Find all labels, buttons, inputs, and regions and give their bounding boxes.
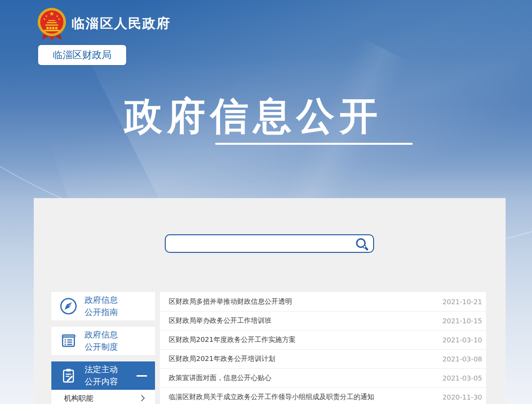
book-icon — [59, 332, 78, 350]
news-date: 2021-03-05 — [443, 374, 482, 382]
submenu-label: 机构职能 — [64, 394, 93, 403]
news-date: 2021-03-10 — [443, 336, 482, 344]
news-row[interactable]: 区财政局2021年政务公开培训计划 2021-03-08 — [160, 349, 486, 368]
compass-icon — [59, 297, 78, 315]
news-title-link[interactable]: 区财政局多措并举推动财政信息公开透明 — [169, 297, 435, 306]
news-date: 2021-10-21 — [443, 298, 482, 306]
svg-text:★: ★ — [43, 17, 45, 21]
news-list: 区财政局多措并举推动财政信息公开透明 2021-10-21 区财政局举办政务公开… — [160, 292, 486, 404]
clipboard-pencil-icon — [59, 366, 78, 385]
sidebar-item-statutory-disclosure[interactable]: 法定主动 公开内容 — [51, 361, 155, 390]
sidebar: 政府信息 公开指南 政府信息 公开制度 — [51, 292, 155, 404]
news-row[interactable]: 政策宣讲面对面，信息公开心贴心 2021-03-05 — [160, 368, 486, 387]
search-input[interactable] — [172, 236, 350, 252]
sidebar-item-disclosure-guide[interactable]: 政府信息 公开指南 — [51, 292, 155, 320]
svg-text:★: ★ — [58, 17, 60, 21]
sidebar-subitem-agency-functions[interactable]: 机构职能 — [51, 390, 155, 404]
news-row[interactable]: 区财政局多措并举推动财政信息公开透明 2021-10-21 — [160, 292, 486, 311]
news-date: 2020-11-30 — [443, 393, 482, 401]
national-emblem-icon: ★ ★ ★ ★ ★ — [37, 7, 66, 42]
news-title-link[interactable]: 临淄区财政局关于成立政务公开工作领导小组组成及职责分工的通知 — [169, 393, 435, 402]
news-date: 2021-03-08 — [443, 355, 482, 363]
chevron-right-icon — [140, 394, 145, 402]
sidebar-item-disclosure-system[interactable]: 政府信息 公开制度 — [51, 327, 155, 355]
news-title-link[interactable]: 区财政局举办政务公开工作培训班 — [169, 316, 435, 325]
news-row[interactable]: 区财政局2021年度政务公开工作实施方案 2021-03-10 — [160, 330, 486, 349]
news-title-link[interactable]: 区财政局2021年政务公开培训计划 — [169, 355, 435, 363]
minus-icon[interactable] — [136, 375, 147, 377]
department-badge-button[interactable]: 临淄区财政局 — [38, 45, 126, 65]
page-title: 政府信息公开 — [0, 91, 519, 142]
sidebar-item-label: 政府信息 公开指南 — [85, 294, 118, 318]
news-title-link[interactable]: 政策宣讲面对面，信息公开心贴心 — [169, 374, 435, 382]
news-row[interactable]: 区财政局举办政务公开工作培训班 2021-10-15 — [160, 311, 486, 330]
sidebar-item-label: 法定主动 公开内容 — [85, 363, 118, 388]
magnifier-icon[interactable] — [355, 237, 369, 251]
page: ★ ★ ★ ★ ★ 临淄区人民政府 临淄区财政局 政府信息公开 — [0, 0, 532, 404]
content-panel: 政府信息 公开指南 政府信息 公开制度 — [34, 198, 506, 404]
sidebar-item-label: 政府信息 公开制度 — [85, 329, 118, 353]
news-row[interactable]: 临淄区财政局关于成立政务公开工作领导小组组成及职责分工的通知 2020-11-3… — [160, 387, 486, 404]
svg-text:★: ★ — [49, 10, 55, 17]
government-site-title: 临淄区人民政府 — [71, 15, 171, 32]
search-box — [165, 234, 374, 253]
news-title-link[interactable]: 区财政局2021年度政务公开工作实施方案 — [169, 336, 435, 344]
title-underline — [215, 143, 413, 145]
news-date: 2021-10-15 — [443, 317, 482, 325]
